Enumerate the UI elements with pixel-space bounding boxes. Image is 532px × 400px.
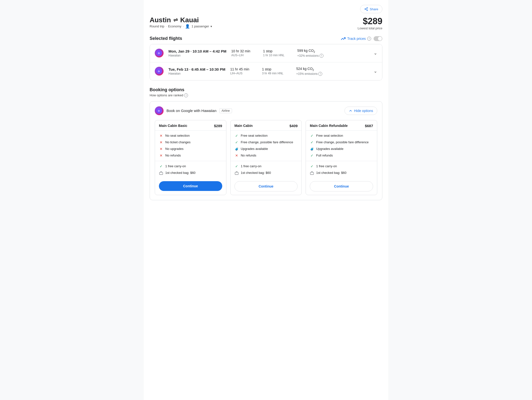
- x-icon: ✕: [159, 134, 163, 138]
- check-icon: ✓: [310, 164, 314, 169]
- flight-1-expand-icon[interactable]: ⌄: [374, 50, 377, 56]
- emissions-2-info-icon[interactable]: i: [318, 72, 322, 76]
- x-icon: ✕: [159, 140, 163, 145]
- price-label: Lowest total price: [358, 26, 382, 30]
- continue-button-2[interactable]: Continue: [310, 181, 373, 191]
- baggage-row-1-1: 1st checked bag: $60: [234, 171, 298, 175]
- check-icon: ✓: [310, 134, 314, 138]
- feature-text: No seat selection: [165, 133, 190, 138]
- baggage-text: 1st checked bag: $60: [316, 171, 346, 175]
- baggage-text: 1 free carry-on: [241, 164, 262, 168]
- flight-2-emissions: 524 kg CO2 +15% emissions i: [296, 67, 369, 76]
- flight-1-times: Mon, Jan 29 · 10:10 AM – 4:42 PM Hawaiia…: [168, 49, 226, 57]
- airline-tag: Airline: [219, 108, 232, 113]
- track-prices-icon: [341, 36, 346, 41]
- flight-2-expand-icon[interactable]: ⌄: [374, 68, 377, 74]
- selected-flights-title: Selected flights: [150, 36, 182, 41]
- booking-subtitle: How options are ranked i: [150, 93, 382, 97]
- feature-text: Free seat selection: [241, 133, 268, 138]
- option-baggage-1: ✓1 free carry-on1st checked bag: $60: [231, 161, 302, 178]
- baggage-text: 1 free carry-on: [316, 164, 337, 168]
- cabin-class: Economy: [168, 24, 181, 28]
- svg-rect-11: [159, 172, 163, 174]
- check-icon: ✓: [234, 140, 239, 145]
- feature-text: Free seat selection: [316, 133, 343, 138]
- feature-text: Full refunds: [316, 153, 333, 158]
- passenger-icon: 👤: [185, 24, 190, 29]
- feature-row-1-3: ✕No refunds: [234, 153, 298, 158]
- option-baggage-0: ✓1 free carry-on1st checked bag: $60: [155, 161, 226, 178]
- option-card-2: Main Cabin Refundable$687✓Free seat sele…: [306, 120, 377, 195]
- option-header-0: Main Cabin Basic$289: [155, 120, 226, 131]
- share-icon: [364, 7, 368, 11]
- feature-row-1-1: ✓Free change, possible fare difference: [234, 140, 298, 145]
- option-price-2: $687: [365, 124, 373, 128]
- continue-button-0[interactable]: Continue: [159, 181, 222, 191]
- svg-line-4: [366, 8, 367, 9]
- bag-icon: 🧳: [310, 147, 314, 151]
- feature-row-2-1: ✓Free change, possible fare difference: [310, 140, 373, 145]
- passenger-dropdown-icon[interactable]: ▾: [211, 25, 212, 28]
- flight-1-time: Mon, Jan 29 · 10:10 AM – 4:42 PM: [168, 49, 226, 53]
- feature-row-0-2: ✕No upgrades: [159, 147, 222, 151]
- booking-card-airline: ✈ Book on Google with Hawaiian Airline: [155, 106, 232, 115]
- baggage-text: 1st checked bag: $60: [241, 171, 271, 175]
- bag-icon: 🧳: [234, 147, 239, 151]
- check-icon: ✓: [159, 164, 163, 169]
- airline-logo-1: ✈: [155, 49, 164, 57]
- baggage-text: 1 free carry-on: [165, 164, 186, 168]
- feature-text: No refunds: [241, 153, 256, 158]
- continue-button-1[interactable]: Continue: [234, 181, 298, 191]
- track-prices-toggle[interactable]: [374, 36, 382, 41]
- flight-2-stops: 1 stop 3 hr 49 min HNL: [262, 67, 291, 75]
- flight-row: ✈ Tue, Feb 13 · 6:45 AM – 10:30 PM Hawai…: [150, 62, 382, 80]
- check-icon: ✓: [234, 134, 239, 138]
- x-icon: ✕: [159, 147, 163, 151]
- feature-text: No refunds: [165, 153, 181, 158]
- route-arrows: ⇌: [173, 17, 178, 23]
- hide-options-button[interactable]: Hide options: [344, 107, 377, 115]
- baggage-row-0-0: ✓1 free carry-on: [159, 164, 222, 169]
- flight-1-airline: Hawaiian: [168, 54, 226, 57]
- share-label: Share: [370, 7, 378, 11]
- passenger-count: 1 passenger: [191, 24, 209, 28]
- option-header-2: Main Cabin Refundable$687: [306, 120, 377, 131]
- bag-icon: [234, 171, 239, 175]
- flight-2-time: Tue, Feb 13 · 6:45 AM – 10:30 PM: [168, 67, 225, 71]
- booking-airline-logo: ✈: [155, 106, 164, 115]
- flight-1-emissions: 599 kg CO2 +32% emissions i: [297, 49, 369, 58]
- booking-options-grid: Main Cabin Basic$289✕No seat selection✕N…: [155, 120, 377, 195]
- check-icon: ✓: [310, 140, 314, 145]
- flight-2-duration: 11 hr 45 min LIH–AUS: [230, 67, 257, 75]
- baggage-text: 1st checked bag: $60: [165, 171, 196, 175]
- x-icon: ✕: [159, 154, 163, 158]
- track-prices-button[interactable]: Track prices i: [341, 36, 371, 41]
- emissions-1-info-icon[interactable]: i: [320, 54, 323, 58]
- booking-card: ✈ Book on Google with Hawaiian Airline H…: [150, 101, 382, 200]
- flight-1-duration: 10 hr 32 min AUS–LIH: [231, 49, 258, 57]
- feature-row-2-3: ✓Full refunds: [310, 153, 373, 158]
- feature-row-0-3: ✕No refunds: [159, 153, 222, 158]
- trip-type: Round trip: [150, 24, 164, 28]
- origin: Austin: [150, 16, 171, 24]
- feature-text: No upgrades: [165, 147, 183, 151]
- feature-text: Upgrades available: [316, 147, 343, 151]
- baggage-row-2-0: ✓1 free carry-on: [310, 164, 373, 169]
- flight-row: ✈ Mon, Jan 29 · 10:10 AM – 4:42 PM Hawai…: [150, 44, 382, 62]
- track-prices-info-icon[interactable]: i: [367, 37, 371, 41]
- svg-rect-12: [235, 172, 238, 174]
- booking-options-info-icon[interactable]: i: [184, 93, 188, 97]
- check-icon: ✓: [310, 154, 314, 158]
- svg-text:✈: ✈: [158, 109, 160, 113]
- share-button[interactable]: Share: [360, 5, 382, 13]
- route-title: Austin ⇌ Kauai: [150, 16, 212, 24]
- option-name-2: Main Cabin Refundable: [310, 124, 348, 128]
- trip-meta: Round trip · Economy · 👤 1 passenger ▾: [150, 24, 212, 29]
- baggage-row-0-1: 1st checked bag: $60: [159, 171, 222, 175]
- feature-row-0-0: ✕No seat selection: [159, 133, 222, 138]
- track-prices-label: Track prices: [347, 37, 366, 41]
- flight-2-airline: Hawaiian: [168, 72, 225, 75]
- option-card-0: Main Cabin Basic$289✕No seat selection✕N…: [155, 120, 226, 195]
- feature-row-1-0: ✓Free seat selection: [234, 133, 298, 138]
- option-name-0: Main Cabin Basic: [159, 124, 187, 128]
